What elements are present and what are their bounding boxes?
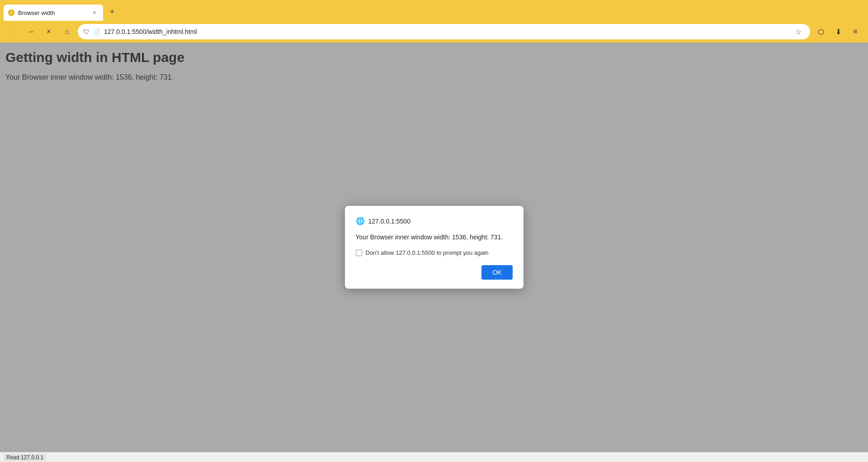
dialog-ok-button[interactable]: OK [481, 265, 512, 280]
toolbar-right: ⬡ ⬇ ≡ [814, 24, 863, 39]
pocket-button[interactable]: ⬡ [814, 24, 828, 39]
dialog-origin: 127.0.0.1:5500 [368, 218, 410, 225]
shield-icon: 🛡 [83, 28, 90, 35]
home-button[interactable]: ⌂ [60, 24, 74, 39]
dont-allow-label: Don't allow 127.0.0.1:5500 to prompt you… [366, 249, 489, 256]
tab-favicon [8, 10, 14, 16]
download-button[interactable]: ⬇ [831, 24, 845, 39]
address-bar[interactable] [104, 28, 788, 35]
dialog-overlay: 🌐 127.0.0.1:5500 Your Browser inner wind… [0, 43, 868, 452]
browser-window: Browser width × + ← → × ⌂ 🛡 📄 ☆ ⬡ ⬇ ≡ Ge… [0, 0, 868, 462]
active-tab: Browser width × [4, 5, 103, 21]
stop-reload-button[interactable]: × [42, 24, 56, 39]
status-bar: Read 127.0.0.1 [0, 452, 868, 462]
toolbar: ← → × ⌂ 🛡 📄 ☆ ⬡ ⬇ ≡ [0, 21, 868, 43]
alert-dialog: 🌐 127.0.0.1:5500 Your Browser inner wind… [345, 206, 524, 289]
tab-close-button[interactable]: × [90, 9, 99, 17]
dialog-checkbox-row: Don't allow 127.0.0.1:5500 to prompt you… [356, 249, 513, 256]
page-content-area: Getting width in HTML page Your Browser … [0, 43, 868, 452]
status-text: Read 127.0.0.1 [4, 454, 46, 461]
new-tab-button[interactable]: + [105, 5, 119, 19]
page-icon: 📄 [93, 29, 100, 35]
bookmark-button[interactable]: ☆ [792, 25, 805, 38]
forward-button[interactable]: → [24, 24, 38, 39]
dont-allow-checkbox[interactable] [356, 250, 362, 256]
menu-button[interactable]: ≡ [848, 24, 863, 39]
dialog-message: Your Browser inner window width: 1536, h… [356, 233, 513, 242]
back-button[interactable]: ← [5, 24, 20, 39]
dialog-header: 🌐 127.0.0.1:5500 [356, 217, 513, 225]
dialog-footer: OK [356, 265, 513, 280]
tab-bar: Browser width × + [0, 0, 868, 21]
tab-title: Browser width [18, 10, 87, 16]
address-bar-container: 🛡 📄 ☆ [78, 24, 810, 39]
dialog-origin-icon: 🌐 [356, 217, 365, 225]
